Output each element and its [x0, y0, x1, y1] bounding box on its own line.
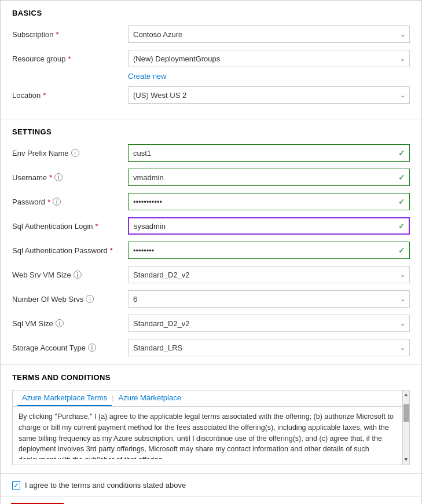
- web-srv-vm-size-select[interactable]: Standard_D2_v2: [128, 266, 410, 283]
- username-control: ✓: [128, 169, 410, 186]
- resource-group-row: Resource group * (New) DeploymentGroups …: [12, 50, 410, 67]
- location-control: (US) West US 2 ⌄: [128, 86, 410, 104]
- location-row: Location * (US) West US 2 ⌄: [12, 86, 410, 104]
- create-new-row: Create new: [12, 71, 410, 81]
- purchase-row: Purchase: [1, 497, 421, 504]
- username-input[interactable]: [128, 169, 410, 186]
- env-prefix-info-icon[interactable]: i: [71, 149, 79, 157]
- terms-box: Azure Marketplace Terms | Azure Marketpl…: [12, 390, 410, 465]
- username-info-icon[interactable]: i: [54, 173, 63, 181]
- sql-auth-password-control: ✓: [128, 242, 410, 259]
- terms-tab-azure[interactable]: Azure Marketplace: [114, 390, 186, 406]
- sql-auth-login-required: *: [96, 222, 98, 231]
- storage-account-type-label: Storage Account Type i: [12, 344, 128, 352]
- subscription-control: Contoso Azure ⌄: [128, 25, 410, 43]
- location-select[interactable]: (US) West US 2: [128, 86, 410, 104]
- agree-checkmark: ✓: [13, 482, 19, 489]
- sql-auth-login-control: ✓: [128, 217, 410, 235]
- subscription-label: Subscription *: [12, 30, 128, 39]
- sql-auth-password-required: *: [110, 246, 113, 255]
- number-web-srvs-control: 6 ⌄: [128, 290, 410, 308]
- terms-content-text: By clicking "Purchase," I (a) agree to t…: [13, 407, 409, 459]
- number-web-srvs-label: Number Of Web Srvs i: [12, 295, 128, 304]
- username-row: Username * i ✓: [12, 169, 410, 186]
- sql-auth-password-row: Sql Authentication Password * ✓: [12, 242, 410, 259]
- subscription-row: Subscription * Contoso Azure ⌄: [12, 25, 410, 43]
- sql-auth-login-row: Sql Authentication Login * ✓: [12, 217, 410, 235]
- web-srv-vm-size-info-icon[interactable]: i: [74, 271, 82, 279]
- basics-section: BASICS Subscription * Contoso Azure ⌄ Re…: [1, 1, 421, 119]
- env-prefix-label: Env Prefix Name i: [12, 149, 128, 158]
- web-srv-vm-size-row: Web Srv VM Size i Standard_D2_v2 ⌄: [12, 266, 410, 283]
- resource-group-label: Resource group *: [12, 54, 128, 63]
- resource-group-select[interactable]: (New) DeploymentGroups: [128, 50, 410, 67]
- storage-account-type-select[interactable]: Standard_LRS: [128, 339, 410, 356]
- env-prefix-control: ✓: [128, 144, 410, 162]
- sql-auth-login-input[interactable]: [128, 217, 410, 235]
- sql-auth-password-input[interactable]: [128, 242, 410, 259]
- terms-scrollbar[interactable]: ▲ ▼: [402, 390, 409, 465]
- terms-section: TERMS AND CONDITIONS Azure Marketplace T…: [1, 365, 421, 474]
- sql-vm-size-info-icon[interactable]: i: [56, 319, 64, 327]
- scroll-thumb[interactable]: [403, 404, 409, 422]
- password-control: ✓: [128, 193, 410, 210]
- location-label: Location *: [12, 91, 128, 100]
- terms-title: TERMS AND CONDITIONS: [12, 373, 410, 382]
- sql-auth-login-label: Sql Authentication Login *: [12, 222, 128, 231]
- scroll-down-arrow[interactable]: ▼: [403, 455, 409, 463]
- username-required: *: [49, 173, 52, 182]
- env-prefix-row: Env Prefix Name i ✓: [12, 144, 410, 162]
- main-container: BASICS Subscription * Contoso Azure ⌄ Re…: [0, 0, 422, 504]
- create-new-link[interactable]: Create new: [128, 72, 166, 81]
- sql-vm-size-select[interactable]: Standard_D2_v2: [128, 315, 410, 332]
- scroll-up-arrow[interactable]: ▲: [403, 390, 409, 399]
- settings-title: SETTINGS: [12, 127, 410, 136]
- terms-content-area: By clicking "Purchase," I (a) agree to t…: [13, 407, 409, 459]
- agree-row: ✓ I agree to the terms and conditions st…: [1, 474, 421, 497]
- sql-auth-password-label: Sql Authentication Password *: [12, 246, 128, 255]
- env-prefix-input[interactable]: [128, 144, 410, 162]
- number-web-srvs-row: Number Of Web Srvs i 6 ⌄: [12, 290, 410, 308]
- agree-checkbox[interactable]: ✓: [12, 481, 20, 490]
- basics-title: BASICS: [12, 9, 410, 17]
- subscription-required: *: [56, 30, 59, 39]
- password-input[interactable]: [128, 193, 410, 210]
- storage-account-type-row: Storage Account Type i Standard_LRS ⌄: [12, 339, 410, 356]
- number-web-srvs-select[interactable]: 6: [128, 290, 410, 308]
- agree-label: I agree to the terms and conditions stat…: [25, 481, 186, 490]
- terms-tab-marketplace[interactable]: Azure Marketplace Terms: [17, 390, 112, 406]
- number-web-srvs-info-icon[interactable]: i: [86, 295, 94, 303]
- resource-group-required: *: [68, 54, 71, 63]
- web-srv-vm-size-label: Web Srv VM Size i: [12, 271, 128, 279]
- resource-group-control: (New) DeploymentGroups ⌄: [128, 50, 410, 67]
- password-label: Password * i: [12, 198, 128, 206]
- password-required: *: [47, 198, 50, 206]
- sql-vm-size-label: Sql VM Size i: [12, 319, 128, 328]
- subscription-select[interactable]: Contoso Azure: [128, 25, 410, 43]
- storage-account-type-info-icon[interactable]: i: [88, 344, 96, 352]
- location-required: *: [43, 91, 46, 100]
- sql-vm-size-control: Standard_D2_v2 ⌄: [128, 315, 410, 332]
- password-info-icon[interactable]: i: [53, 198, 61, 206]
- web-srv-vm-size-control: Standard_D2_v2 ⌄: [128, 266, 410, 283]
- storage-account-type-control: Standard_LRS ⌄: [128, 339, 410, 356]
- username-label: Username * i: [12, 173, 128, 182]
- settings-section: SETTINGS Env Prefix Name i ✓ Username * …: [1, 119, 421, 365]
- sql-vm-size-row: Sql VM Size i Standard_D2_v2 ⌄: [12, 315, 410, 332]
- terms-tabs: Azure Marketplace Terms | Azure Marketpl…: [13, 390, 409, 407]
- password-row: Password * i ✓: [12, 193, 410, 210]
